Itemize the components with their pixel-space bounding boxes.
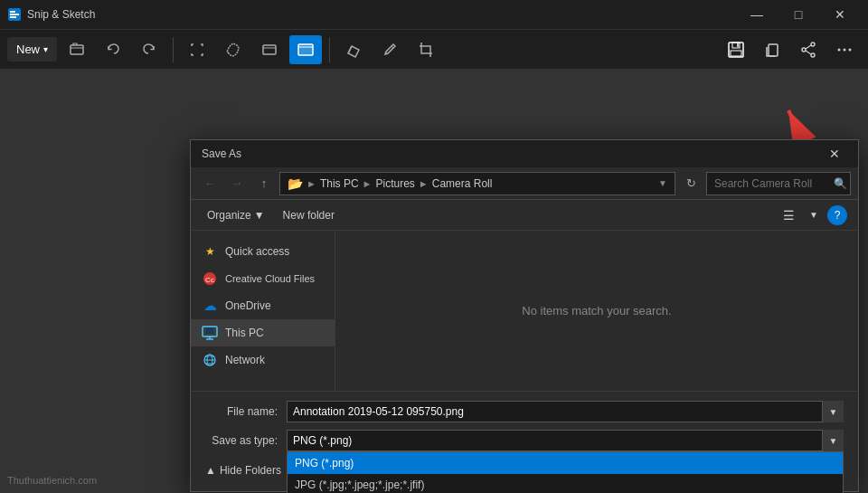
svg-rect-7 [298, 44, 313, 55]
nav-up-button[interactable]: ↑ [252, 172, 276, 195]
share-button[interactable] [792, 35, 825, 64]
dialog-form-area: File name: ▼ Save as type: ▼ PNG (*.png) [191, 391, 858, 491]
breadcrumb-bar[interactable]: 📂 ► This PC ► Pictures ► Camera Roll ▼ [279, 172, 675, 195]
filename-dropdown-button[interactable]: ▼ [822, 401, 844, 422]
sidebar-item-quick-access[interactable]: ★ Quick access [191, 238, 335, 265]
help-button[interactable]: ? [827, 205, 847, 225]
savetype-option-jpg[interactable]: JPG (*.jpg;*.jpeg;*.jpe;*.jfif) [288, 474, 843, 493]
app-icon [7, 7, 22, 22]
crop-button[interactable] [410, 35, 442, 64]
maximize-button[interactable]: □ [778, 0, 819, 29]
organize-label: Organize [207, 209, 251, 222]
freeform-snip-button[interactable] [217, 35, 250, 64]
search-button[interactable]: 🔍 [834, 177, 847, 190]
svg-rect-4 [71, 45, 83, 54]
copy-to-clipboard-button[interactable] [756, 35, 788, 64]
window-snip-button[interactable] [253, 35, 286, 64]
filename-row: File name: ▼ [205, 401, 844, 422]
title-bar-left: Snip & Sketch [7, 7, 95, 22]
breadcrumb-pictures[interactable]: Pictures [375, 177, 414, 190]
savetype-label: Save as type: [205, 434, 287, 447]
svg-rect-1 [10, 14, 19, 15]
nav-forward-button[interactable]: → [225, 172, 249, 195]
toolbar-separator-2 [329, 37, 330, 62]
watermark: Thuthuattienich.com [7, 475, 97, 486]
main-canvas-area: Save As ✕ ← → ↑ 📂 ► This PC ► Pictures ►… [0, 69, 868, 493]
filename-input[interactable] [287, 401, 844, 422]
save-as-dialog: Save As ✕ ← → ↑ 📂 ► This PC ► Pictures ►… [190, 139, 859, 492]
breadcrumb-sep-2: ► [363, 178, 373, 189]
sidebar-label-quick-access: Quick access [225, 245, 289, 258]
dialog-title-bar: Save As ✕ [191, 140, 858, 167]
new-dropdown-icon: ▾ [43, 44, 48, 54]
breadcrumb-dropdown-icon[interactable]: ▼ [658, 178, 667, 188]
minimize-button[interactable]: — [736, 0, 778, 29]
toolbar-separator [173, 37, 174, 62]
svg-point-23 [844, 48, 846, 51]
svg-line-20 [806, 45, 811, 49]
svg-line-21 [806, 51, 811, 54]
onedrive-icon: ☁ [202, 298, 218, 314]
search-box-wrap: 🔍 [706, 172, 851, 195]
dialog-body: ★ Quick access Cc Creative Cloud Files ☁… [191, 231, 858, 391]
new-folder-button[interactable]: New folder [278, 205, 340, 225]
rectangular-snip-button[interactable] [181, 35, 213, 64]
sidebar-item-creative-cloud[interactable]: Cc Creative Cloud Files [191, 265, 335, 292]
view-list-button[interactable]: ☰ [777, 204, 800, 227]
undo-button[interactable] [97, 35, 129, 64]
dialog-sidebar: ★ Quick access Cc Creative Cloud Files ☁… [191, 231, 335, 391]
search-input[interactable] [706, 172, 851, 195]
nav-refresh-button[interactable]: ↻ [679, 172, 703, 195]
more-options-button[interactable] [828, 35, 861, 64]
sidebar-item-network[interactable]: Network [191, 346, 335, 374]
eraser-button[interactable] [337, 35, 370, 64]
savetype-row: Save as type: ▼ PNG (*.png) JPG (*.jpg;*… [205, 430, 844, 451]
svg-point-24 [849, 48, 852, 51]
breadcrumb-sep-1: ► [307, 178, 316, 189]
creative-cloud-icon: Cc [202, 270, 218, 287]
savetype-dropdown-button[interactable]: ▼ [822, 430, 844, 451]
dialog-nav-bar: ← → ↑ 📂 ► This PC ► Pictures ► Camera Ro… [191, 167, 858, 200]
close-button[interactable]: ✕ [819, 0, 861, 29]
sidebar-label-this-pc: This PC [225, 327, 264, 339]
breadcrumb-camera-roll[interactable]: Camera Roll [432, 177, 493, 190]
svg-rect-5 [263, 45, 276, 54]
pen-button[interactable] [373, 35, 406, 64]
svg-point-22 [838, 48, 841, 51]
svg-rect-13 [732, 43, 740, 48]
title-bar: Snip & Sketch — □ ✕ [0, 0, 868, 29]
dialog-toolbar: Organize ▼ New folder ☰ ▼ ? [191, 200, 858, 231]
open-button[interactable] [61, 35, 93, 64]
breadcrumb-sep-3: ► [419, 178, 429, 189]
file-list-area: No items match your search. [335, 231, 858, 391]
svg-rect-2 [10, 16, 16, 18]
fullscreen-snip-button[interactable] [289, 35, 322, 64]
quick-access-icon: ★ [202, 243, 218, 260]
folder-icon: 📂 [288, 176, 303, 191]
breadcrumb-this-pc[interactable]: This PC [320, 177, 359, 190]
svg-rect-16 [769, 44, 778, 56]
sidebar-label-creative-cloud: Creative Cloud Files [225, 273, 315, 284]
view-dropdown-button[interactable]: ▼ [802, 204, 826, 227]
svg-rect-14 [731, 51, 741, 56]
this-pc-icon [202, 325, 218, 341]
organize-button[interactable]: Organize ▼ [202, 205, 270, 225]
sidebar-item-this-pc[interactable]: This PC [191, 319, 335, 346]
svg-rect-30 [206, 327, 213, 334]
hide-folders-button[interactable]: ▲ Hide Folders [205, 460, 281, 480]
svg-line-11 [392, 46, 393, 48]
toolbar-right [720, 35, 861, 64]
sidebar-item-onedrive[interactable]: ☁ OneDrive [191, 292, 335, 319]
nav-back-button[interactable]: ← [198, 172, 222, 195]
hide-folders-label: Hide Folders [220, 464, 281, 477]
sidebar-label-network: Network [225, 354, 265, 366]
savetype-option-png[interactable]: PNG (*.png) [288, 452, 843, 474]
redo-button[interactable] [133, 35, 165, 64]
new-button[interactable]: New ▾ [7, 37, 57, 62]
savetype-input[interactable] [287, 430, 844, 451]
app-toolbar: New ▾ [0, 29, 868, 69]
dialog-close-button[interactable]: ✕ [822, 141, 847, 166]
network-icon [202, 352, 218, 368]
save-button[interactable] [720, 35, 752, 64]
dialog-title: Save As [202, 147, 241, 160]
